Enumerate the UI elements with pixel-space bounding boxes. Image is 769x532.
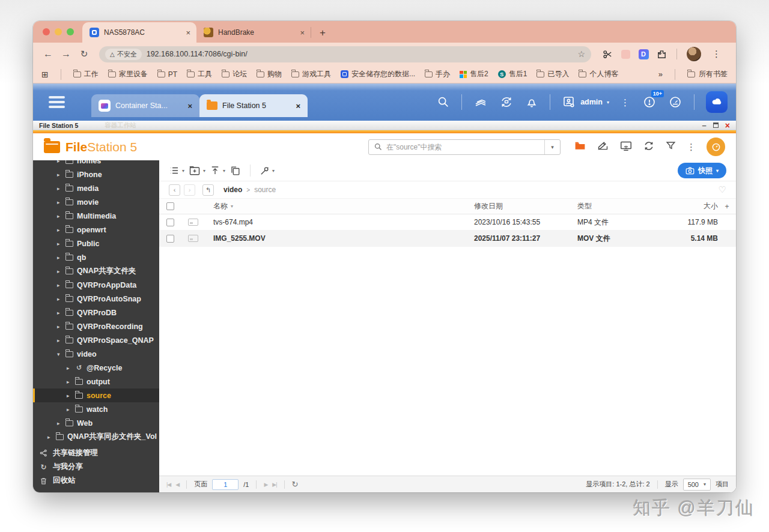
disabled-extension-icon[interactable] [620, 49, 631, 59]
expand-icon[interactable]: ▸ [57, 282, 62, 288]
expand-icon[interactable]: ▸ [67, 365, 71, 371]
expand-icon[interactable]: ▸ [47, 434, 52, 440]
sidebar-item[interactable]: ▸watch [33, 402, 159, 416]
bookmark-folder[interactable]: 家里设备 [108, 69, 148, 79]
sidebar-item[interactable]: ▸QNAP共享同步文件夹_Vol [33, 430, 159, 444]
security-badge[interactable]: △ 不安全 [105, 49, 142, 60]
d-extension-icon[interactable]: D [638, 49, 649, 59]
favorite-heart-icon[interactable]: ♡ [719, 184, 726, 195]
breadcrumb-parent[interactable]: video [223, 186, 242, 194]
sidebar-item[interactable]: ▸output [33, 375, 159, 388]
expand-icon[interactable]: ▸ [57, 227, 62, 233]
expand-icon[interactable]: ▸ [57, 172, 62, 178]
sidebar-item[interactable]: ▸homes [33, 160, 159, 168]
sync-status-icon[interactable] [499, 95, 514, 109]
copy-button[interactable] [229, 165, 241, 177]
snapshot-button[interactable]: 快照 ▾ [678, 163, 726, 178]
url-text[interactable]: 192.168.100.114:7086/cgi-bin/ [147, 50, 573, 58]
reload-button[interactable]: ↻ [76, 49, 92, 59]
refresh-icon[interactable] [643, 140, 655, 154]
qnap-tab-close-icon[interactable]: × [296, 101, 300, 110]
minimize-window-button[interactable] [55, 28, 62, 35]
row-check-cell[interactable] [159, 219, 181, 226]
bookmark-folder[interactable]: 已导入 [536, 69, 569, 79]
sidebar-item-video[interactable]: ▾video [33, 347, 159, 361]
expand-icon[interactable]: ▸ [67, 379, 71, 385]
fs-search-box[interactable]: ▾ [368, 139, 561, 155]
sidebar-item[interactable]: ▸Public [33, 237, 159, 250]
expand-icon[interactable]: ▸ [57, 337, 62, 343]
sidebar-item-source[interactable]: ▸source [33, 388, 159, 402]
bookmark-folder[interactable]: 工具 [187, 69, 212, 79]
expand-icon[interactable]: ▸ [57, 160, 62, 164]
select-all-checkbox[interactable] [166, 202, 174, 210]
next-page-icon[interactable]: ▶ [264, 482, 267, 488]
page-input[interactable] [212, 479, 239, 490]
minimize-icon[interactable]: – [702, 122, 707, 128]
resource-monitor-icon[interactable] [668, 95, 682, 109]
row-checkbox[interactable] [166, 219, 174, 226]
user-menu[interactable]: admin ▾ [562, 95, 609, 109]
address-bar[interactable]: △ 不安全 192.168.100.114:7086/cgi-bin/ ☆ [99, 46, 591, 62]
table-row[interactable]: tvs-674.mp4 2023/10/16 15:43:55 MP4 文件 1… [159, 214, 736, 231]
row-check-cell[interactable] [159, 235, 181, 243]
maximize-icon[interactable] [713, 122, 719, 128]
back-button[interactable]: ← [40, 49, 56, 59]
sidebar-item[interactable]: ▸QVRProAutoSnap [33, 292, 159, 306]
sidebar-item[interactable]: ▸↺@Recycle [33, 361, 159, 375]
qnap-tab-close-icon[interactable]: × [187, 101, 192, 110]
apps-grid-icon[interactable]: ⊞ [41, 70, 49, 79]
search-icon[interactable] [437, 95, 450, 109]
filter-funnel-icon[interactable] [665, 140, 676, 154]
search-input[interactable] [386, 143, 544, 151]
column-type[interactable]: 类型 [577, 201, 660, 211]
qnap-tab-file-station[interactable]: File Station 5 × [199, 94, 308, 117]
expand-icon[interactable]: ▸ [67, 393, 71, 399]
new-tab-button[interactable]: + [311, 27, 334, 43]
expand-icon[interactable]: ▸ [57, 241, 62, 247]
bookmark-folder[interactable]: 手办 [425, 69, 450, 79]
file-name[interactable]: tvs-674.mp4 [205, 218, 474, 226]
qnap-tab-container-station[interactable]: Container Sta... × [91, 94, 199, 117]
expand-icon[interactable]: ▸ [57, 324, 62, 330]
file-name[interactable]: IMG_5255.MOV [205, 234, 474, 243]
sidebar-item[interactable]: ▸Web [33, 416, 159, 430]
sidebar-item[interactable]: ▸QVRProAppData [33, 278, 159, 292]
sidebar-item[interactable]: ▸QNAP共享文件夹 [33, 264, 159, 278]
expand-icon[interactable]: ▸ [57, 213, 62, 219]
tab-close-icon[interactable]: × [300, 28, 305, 37]
forward-button[interactable]: → [58, 49, 74, 59]
bookmark-folder[interactable]: 游戏工具 [291, 69, 331, 79]
remote-mount-folder-icon[interactable] [574, 139, 586, 154]
bookmark-folder[interactable]: PT [157, 70, 177, 79]
notifications-bell-icon[interactable] [525, 95, 538, 109]
sidebar-item[interactable]: ▸QVRProRecording [33, 319, 159, 333]
column-name[interactable]: 名称 ▾ [205, 201, 474, 211]
expand-icon[interactable]: ▸ [57, 199, 62, 205]
page-size-select[interactable]: 500 ▾ [683, 479, 711, 491]
prev-page-icon[interactable]: ◀ [175, 482, 179, 488]
upload-button[interactable]: ▾ [210, 165, 225, 176]
browser-tab-handbrake[interactable]: HandBrake × [196, 22, 311, 43]
background-tasks-icon[interactable]: 10+ [642, 95, 657, 109]
column-modified[interactable]: 修改日期 [474, 201, 577, 211]
smart-file-icon[interactable] [597, 139, 609, 154]
myqnapcloud-icon[interactable] [706, 91, 728, 113]
sidebar-item[interactable]: ▸QVRProSpace_QNAP [33, 333, 159, 347]
close-window-button[interactable] [43, 28, 50, 35]
expand-icon[interactable]: ▸ [57, 420, 62, 426]
more-actions-icon[interactable]: ⋮ [687, 142, 696, 153]
bookmark-folder[interactable]: 论坛 [222, 69, 247, 79]
expand-icon[interactable]: ▸ [57, 255, 62, 261]
select-all-cell[interactable] [159, 202, 181, 210]
main-menu-icon[interactable] [49, 96, 65, 108]
bookmarks-overflow-icon[interactable]: » [658, 70, 663, 79]
search-options-dropdown[interactable]: ▾ [544, 140, 560, 154]
nav-forward-button[interactable]: › [184, 184, 195, 196]
nav-back-button[interactable]: ‹ [169, 184, 180, 196]
desktop-switch-icon[interactable] [473, 95, 488, 109]
scissors-extension-icon[interactable] [602, 49, 613, 59]
bookmark-folder[interactable]: 购物 [257, 69, 282, 79]
table-row[interactable]: IMG_5255.MOV 2025/11/07 23:11:27 MOV 文件 … [159, 231, 736, 247]
expand-icon[interactable]: ▸ [57, 268, 62, 274]
